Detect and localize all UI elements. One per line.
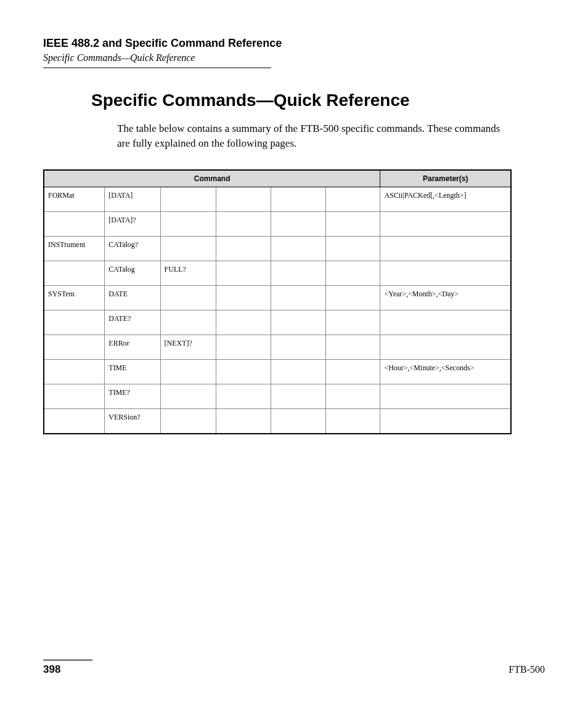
table-cell [44,408,105,434]
table-cell [160,211,216,236]
chapter-subtitle: Specific Commands—Quick Reference [43,52,545,63]
table-row: FORMat[DATA]ASCii|PACKed[,<Length>] [44,187,511,211]
table-cell [380,236,511,261]
table-cell: FORMat [44,187,105,211]
table-row: VERSion? [44,408,511,434]
table-cell [216,187,271,211]
table-row: INSTrumentCATalog? [44,236,511,261]
table-cell [271,335,325,359]
table-cell [271,236,325,261]
page-footer: 398 FTB-500 [43,659,545,676]
table-cell [380,211,511,236]
table-cell [160,187,216,211]
product-label: FTB-500 [508,664,545,675]
table-cell: CATalog [105,261,160,285]
table-header-row: Command Parameter(s) [44,170,511,187]
header-command: Command [44,170,380,187]
table-cell [271,384,325,408]
footer-rule [43,659,92,661]
table-cell [160,285,216,310]
table-cell [44,335,105,359]
table-cell: ERRor [105,335,160,359]
table-cell: INSTrument [44,236,105,261]
table-cell: [DATA] [105,187,160,211]
table-cell [160,236,216,261]
table-cell [380,408,511,434]
table-cell: DATE? [105,310,160,335]
table-cell [216,359,271,384]
table-cell [216,310,271,335]
table-cell [160,384,216,408]
table-cell [380,384,511,408]
table-cell: TIME? [105,384,160,408]
table-cell: DATE [105,285,160,310]
table-cell [325,261,380,285]
table-cell [216,285,271,310]
table-cell [380,335,511,359]
section-heading: Specific Commands—Quick Reference [91,91,545,110]
table-cell [325,187,380,211]
table-cell [271,408,325,434]
table-cell [380,310,511,335]
table-cell: CATalog? [105,236,160,261]
table-cell [216,408,271,434]
chapter-title: IEEE 488.2 and Specific Command Referenc… [43,37,545,50]
table-cell [325,408,380,434]
table-row: TIME<Hour>,<Minute>,<Seconds> [44,359,511,384]
table-cell [325,236,380,261]
table-cell: [NEXT]? [160,335,216,359]
table-cell: [DATA]? [105,211,160,236]
command-table: Command Parameter(s) FORMat[DATA]ASCii|P… [43,169,512,434]
table-row: CATalogFULL? [44,261,511,285]
table-cell [216,211,271,236]
table-cell [44,310,105,335]
table-cell: VERSion? [105,408,160,434]
table-row: [DATA]? [44,211,511,236]
table-cell [160,359,216,384]
table-cell [271,211,325,236]
table-row: ERRor[NEXT]? [44,335,511,359]
table-cell: SYSTem [44,285,105,310]
table-cell [271,359,325,384]
table-cell [44,261,105,285]
table-cell [271,285,325,310]
table-row: DATE? [44,310,511,335]
page-number: 398 [43,663,60,676]
table-row: SYSTemDATE<Year>,<Month>,<Day> [44,285,511,310]
table-cell [44,359,105,384]
table-row: TIME? [44,384,511,408]
table-cell [44,384,105,408]
table-cell [325,335,380,359]
table-cell [216,335,271,359]
table-cell [325,384,380,408]
intro-paragraph: The table below contains a summary of th… [117,121,508,151]
table-cell [325,359,380,384]
table-cell [325,211,380,236]
header-rule [43,67,271,68]
table-cell [325,285,380,310]
table-cell: TIME [105,359,160,384]
table-cell [271,261,325,285]
document-page: IEEE 488.2 and Specific Command Referenc… [0,0,588,714]
table-cell [44,211,105,236]
table-cell [380,261,511,285]
table-cell [216,236,271,261]
table-cell [160,408,216,434]
table-cell [216,261,271,285]
table-cell: <Hour>,<Minute>,<Seconds> [380,359,511,384]
table-cell [271,310,325,335]
table-cell: FULL? [160,261,216,285]
table-cell [160,310,216,335]
table-cell [216,384,271,408]
table-cell: <Year>,<Month>,<Day> [380,285,511,310]
table-cell: ASCii|PACKed[,<Length>] [380,187,511,211]
header-parameters: Parameter(s) [380,170,511,187]
table-cell [325,310,380,335]
table-cell [271,187,325,211]
